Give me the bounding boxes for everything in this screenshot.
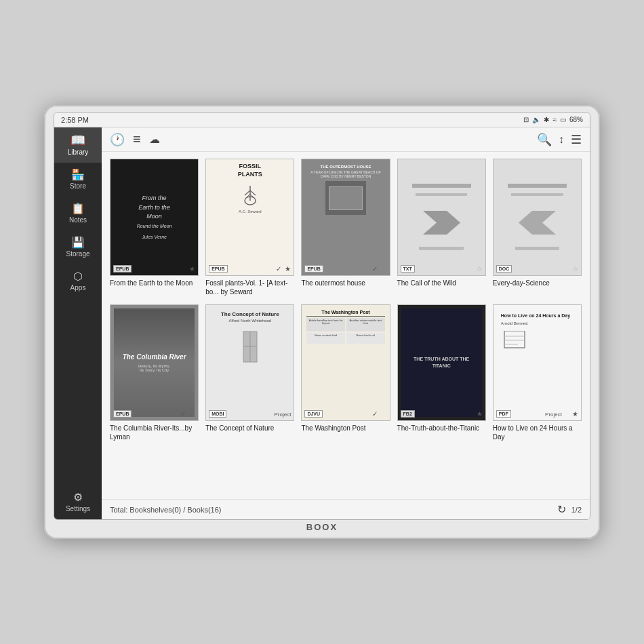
sidebar-label-storage: Storage (66, 250, 89, 258)
book-cover-wild: TXT ☆ (397, 159, 486, 276)
book-item-nature[interactable]: The Concept of Nature Alfred North White… (205, 304, 294, 442)
book-cover-image-washington: The Washington Post Article headline tex… (302, 305, 389, 421)
sidebar-item-apps[interactable]: ⬡ Apps (54, 264, 102, 298)
main-area: 📖 Library 🏪 Store 📋 Notes 💾 Storage ⬡ (54, 127, 590, 519)
sidebar-item-library[interactable]: 📖 Library (54, 127, 102, 163)
book-item-columbia[interactable]: The Columbia River History, Its Myths, I… (110, 304, 199, 442)
book-format-titanic: FB2 (401, 410, 415, 418)
book-cover-titanic: THE TRUTH ABOUT THE TITANIC FB2 ★ (397, 304, 486, 422)
cloud-icon[interactable]: ☁ (149, 133, 160, 146)
footer-page: 1/2 (571, 506, 582, 514)
book-star-wild: ☆ (477, 265, 483, 273)
book-cover-24hours: How to Live on 24 Hours a Day Arnold Ben… (493, 304, 582, 422)
book-title-columbia: The Columbia River-Its...by Lyman (110, 424, 199, 441)
book-cover-image-science (494, 159, 581, 275)
status-bar: 2:58 PM ⊡ 🔈 ✱ ≈ ▭ 68% (54, 113, 590, 127)
bluetooth-icon: ✱ (544, 116, 549, 123)
book-grid: From the Earth to the Moon Round the Moo… (102, 152, 590, 499)
svg-marker-7 (519, 211, 556, 235)
book-title-science: Every-day-Science (493, 279, 582, 287)
book-item-earth-moon[interactable]: From the Earth to the Moon Round the Moo… (110, 159, 199, 296)
book-format-columbia: EPUB (113, 410, 132, 418)
book-check-fossil: ✓ (276, 265, 281, 273)
sidebar-item-store[interactable]: 🏪 Store (54, 163, 102, 197)
book-star-titanic: ★ (477, 410, 483, 418)
notes-icon: 📋 (71, 203, 85, 214)
screen-rotate-icon: ⊡ (523, 116, 529, 123)
screen: 2:58 PM ⊡ 🔈 ✱ ≈ ▭ 68% 📖 Library 🏪 Stor (54, 112, 590, 520)
book-cover-washington: The Washington Post Article headline tex… (301, 304, 390, 422)
footer-right: ↻ 1/2 (557, 503, 582, 516)
sidebar-label-library: Library (68, 148, 89, 156)
book-item-fossil[interactable]: FOSSIL PLANTS (205, 159, 294, 296)
wifi-icon: ≈ (552, 116, 557, 123)
book-cover-image-columbia: The Columbia River History, Its Myths, I… (110, 305, 198, 421)
search-icon[interactable]: 🔍 (537, 132, 552, 147)
book-format-nature: MOBI (209, 410, 226, 418)
toolbar: 🕐 ≡ ☁ 🔍 ↕ ☰ (102, 127, 590, 152)
battery-icon: ▭ (560, 116, 566, 123)
book-cover-image-24hours: How to Live on 24 Hours a Day Arnold Ben… (494, 305, 581, 421)
volume-icon: 🔈 (532, 116, 540, 123)
book-star-fossil: ★ (285, 265, 291, 273)
book-format-outermost: EPUB (304, 265, 323, 273)
content-panel: 🕐 ≡ ☁ 🔍 ↕ ☰ (102, 127, 590, 519)
book-item-washington[interactable]: The Washington Post Article headline tex… (301, 304, 390, 442)
brand-bar: BOOX (44, 522, 600, 532)
book-format-wild: TXT (401, 265, 415, 273)
book-star-science: ☆ (572, 265, 578, 273)
status-time: 2:58 PM (61, 116, 89, 124)
book-format-science: DOC (496, 265, 512, 273)
sort-icon[interactable]: ↕ (559, 134, 564, 146)
library-icon: 📖 (71, 134, 85, 146)
book-item-wild[interactable]: TXT ☆ The Call of the Wild (397, 159, 486, 296)
storage-icon: 💾 (71, 237, 85, 248)
book-check-washington: ✓ (372, 410, 378, 418)
book-cover-image-outermost: THE OUTERMOST HOUSE A YEAR OF LIFE ON TH… (302, 159, 389, 275)
refresh-icon[interactable]: ↻ (557, 503, 566, 516)
book-title-wild: The Call of the Wild (397, 279, 486, 287)
sidebar: 📖 Library 🏪 Store 📋 Notes 💾 Storage ⬡ (54, 127, 102, 519)
book-check-columbia: ✓ (180, 410, 186, 418)
book-title-earth-moon: From the Earth to the Moon (110, 279, 199, 287)
book-format-washington: DJVU (304, 410, 323, 418)
device: 2:58 PM ⊡ 🔈 ✱ ≈ ▭ 68% 📖 Library 🏪 Stor (44, 105, 600, 539)
battery-percent: 68% (569, 116, 583, 123)
svg-rect-11 (504, 331, 525, 348)
book-format-24hours: PDF (496, 410, 511, 418)
store-icon: 🏪 (71, 169, 85, 180)
book-title-fossil: Fossil plants-Vol. 1- [A text-bo... by S… (205, 279, 294, 296)
book-title-washington: The Washington Post (301, 424, 390, 432)
book-cover-nature: The Concept of Nature Alfred North White… (205, 304, 294, 422)
sidebar-label-apps: Apps (71, 284, 86, 291)
book-cover-image-fossil: FOSSIL PLANTS (206, 159, 294, 275)
book-title-titanic: The-Truth-about-the-Titanic (397, 424, 486, 432)
settings-icon: ⚙ (73, 492, 83, 503)
status-icons: ⊡ 🔈 ✱ ≈ ▭ 68% (523, 116, 583, 123)
svg-marker-6 (423, 211, 460, 235)
footer-total: Total: Bookshelves(0) / Books(16) (110, 506, 221, 514)
book-format-earth-moon: EPUB (113, 265, 132, 273)
book-project-nature: Project (274, 411, 291, 418)
book-cover-outermost: THE OUTERMOST HOUSE A YEAR OF LIFE ON TH… (301, 159, 390, 276)
sidebar-item-notes[interactable]: 📋 Notes (54, 197, 102, 230)
book-format-fossil: EPUB (209, 265, 227, 273)
brand-text: BOOX (306, 522, 338, 532)
book-title-outermost: The outermost house (301, 279, 390, 287)
recent-icon[interactable]: 🕐 (110, 132, 125, 147)
book-cover-earth-moon: From the Earth to the Moon Round the Moo… (110, 159, 199, 276)
toolbar-left: 🕐 ≡ ☁ (110, 132, 529, 147)
book-title-nature: The Concept of Nature (205, 424, 294, 432)
book-item-outermost[interactable]: THE OUTERMOST HOUSE A YEAR OF LIFE ON TH… (301, 159, 390, 296)
sidebar-label-store: Store (70, 182, 86, 190)
sidebar-item-settings[interactable]: ⚙ Settings (54, 485, 102, 519)
book-item-science[interactable]: DOC ☆ Every-day-Science (493, 159, 582, 296)
sidebar-item-storage[interactable]: 💾 Storage (54, 230, 102, 264)
book-check-outermost: ✓ (372, 265, 378, 273)
book-item-titanic[interactable]: THE TRUTH ABOUT THE TITANIC FB2 ★ The-Tr… (397, 304, 486, 442)
bookshelf-icon[interactable]: ≡ (133, 132, 141, 147)
menu-icon[interactable]: ☰ (571, 132, 582, 147)
book-item-24hours[interactable]: How to Live on 24 Hours a Day Arnold Ben… (493, 304, 582, 442)
sidebar-label-notes: Notes (69, 216, 87, 224)
footer-bar: Total: Bookshelves(0) / Books(16) ↻ 1/2 (102, 499, 590, 519)
